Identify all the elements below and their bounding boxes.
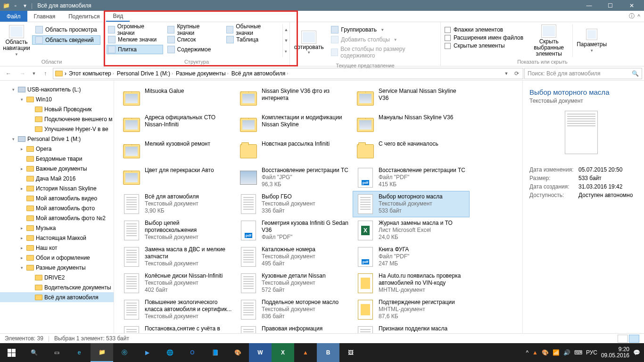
layout-medium[interactable]: Обычные значки	[225, 25, 281, 34]
tab-file[interactable]: Файл	[0, 11, 27, 22]
search-button[interactable]: 🔍	[23, 343, 45, 362]
file-tile[interactable]: Выбор цепей противоскольженияТекстовый д…	[119, 217, 236, 244]
tray-language[interactable]: РУС	[586, 349, 597, 356]
sort-button[interactable]: ортировать ▼	[292, 24, 326, 61]
file-tile[interactable]: Замена масла в ДВС и мелкие запчастиТекс…	[119, 244, 236, 270]
taskbar-word[interactable]: W	[249, 343, 272, 362]
file-tile[interactable]: Кузовные детали NissanТекстовый документ…	[236, 270, 353, 296]
help-icon[interactable]: ⓘ	[629, 12, 635, 20]
tray-keyboard-icon[interactable]: ⌨	[574, 349, 582, 356]
group-by-button[interactable]: Группировать▼	[328, 25, 437, 34]
taskbar-vlc[interactable]: ▲	[294, 343, 317, 362]
file-tile[interactable]: С чего всё начиналось	[353, 138, 470, 165]
refresh-button[interactable]: ⟳	[512, 68, 522, 79]
layout-content[interactable]: Содержимое	[166, 45, 223, 54]
file-tile[interactable]: Мануалы Nissan Skyline V36	[353, 112, 470, 138]
file-tile[interactable]: Адреса официальных СТО Nissan-Infiniti	[119, 112, 236, 138]
file-tile[interactable]: Nissan Skyline V36 фто из интернета	[236, 85, 353, 112]
file-tile[interactable]: На Auto.ru появилась проверка автомобиле…	[353, 270, 470, 296]
tree-node[interactable]: ▸Opera	[0, 144, 114, 154]
task-view-button[interactable]: ▭	[45, 343, 68, 362]
details-view-button[interactable]	[618, 335, 628, 343]
hidden-items-toggle[interactable]: Скрытые элементы	[445, 42, 523, 49]
tree-node[interactable]: ▸Наш кот	[0, 243, 114, 253]
tray-network-icon[interactable]: 📶	[553, 349, 560, 356]
tree-node[interactable]: DRIVE2	[0, 272, 114, 282]
tray-paint-icon[interactable]: 🎨	[542, 349, 549, 356]
tiles-view-button[interactable]	[629, 335, 639, 343]
tray-notifications-icon[interactable]: 💬	[633, 349, 640, 356]
layout-scroll-down[interactable]: ▼	[283, 35, 289, 46]
forward-button[interactable]: →	[16, 68, 29, 79]
file-tile[interactable]: pdfГеометрия кузова Infiniti G Sedan V36…	[236, 217, 353, 244]
taskbar-paint[interactable]: 🎨	[226, 343, 249, 362]
file-tile[interactable]: Мелкий кузовной ремонт	[119, 138, 236, 165]
preview-pane-button[interactable]: Область просмотра	[32, 25, 100, 34]
tree-node[interactable]: ▸История Nissan Skyline	[0, 183, 114, 193]
maximize-button[interactable]: ☐	[600, 0, 621, 11]
search-input[interactable]: Поиск: Всё для автомобиля 🔍	[524, 68, 642, 79]
file-tile[interactable]: Mitsuoka Galue	[119, 85, 236, 112]
file-tile[interactable]: Выбор ГБОТекстовый документ336 байт	[236, 191, 353, 217]
tree-node[interactable]: ▸Настоящая Маккой	[0, 233, 114, 243]
tab-share[interactable]: Поделиться	[62, 11, 106, 22]
taskbar-edge[interactable]: e	[68, 343, 91, 362]
history-dropdown[interactable]: ▼	[30, 68, 38, 79]
address-bar[interactable]: › Этот компьютер›Personal Drive 1 (M:)›Р…	[53, 68, 523, 79]
tree-node[interactable]: Мой автомобиль фото	[0, 203, 114, 213]
file-tile[interactable]: XЖурнал замены масла и ТОЛист Microsoft …	[353, 217, 470, 244]
autosize-columns-button[interactable]: Все столбцы по размеру содержимого	[328, 45, 437, 60]
tree-node[interactable]: Всё для автомобиля	[0, 292, 114, 302]
layout-small[interactable]: Мелкие значки	[107, 35, 163, 44]
file-tile[interactable]: Всё для автомобиляТекстовый документ3,90…	[119, 191, 236, 217]
tree-node[interactable]: Мой автомобиль видео	[0, 193, 114, 203]
layout-list[interactable]: Список	[166, 35, 223, 44]
hide-selected-button[interactable]: Скрыть выбранные элементы	[525, 24, 572, 57]
tray-vlc-icon[interactable]: ▲	[532, 349, 538, 356]
tray-expand-icon[interactable]: ^	[526, 349, 528, 356]
tree-node[interactable]: ▸Обои и оформление	[0, 253, 114, 263]
taskbar-media[interactable]: ▶	[136, 343, 158, 362]
tab-home[interactable]: Главная	[27, 11, 62, 22]
taskbar-explorer[interactable]: 📁	[91, 343, 113, 362]
file-tile[interactable]: Цвет для перекраски Авто	[119, 165, 236, 191]
start-button[interactable]	[0, 343, 23, 362]
file-tile[interactable]: Выбор моторного маслаТекстовый документ5…	[353, 191, 470, 217]
file-tile[interactable]: Колёсные диски Nissan-InfinitiТекстовый …	[119, 270, 236, 296]
taskbar-vk[interactable]: B	[317, 343, 339, 362]
details-pane-button[interactable]: Область сведений	[32, 35, 100, 45]
file-tile[interactable]: Комплектации и модификации Nissan Skylin…	[236, 112, 353, 138]
layout-tiles[interactable]: Плитка	[107, 45, 163, 54]
minimize-button[interactable]: —	[578, 0, 600, 11]
address-history-button[interactable]: ▼	[501, 68, 512, 79]
qat-dropdown[interactable]: ▾	[21, 1, 29, 10]
breadcrumb-segment[interactable]: Personal Drive 1 (M:)›	[116, 70, 174, 77]
file-tile[interactable]: Подтверждение регистрацииMHTML-документ8…	[353, 296, 470, 323]
tree-node[interactable]: Бездомные твари	[0, 154, 114, 164]
file-tile[interactable]: pdfВосстановление регистрации ТСФайл "PD…	[353, 165, 470, 191]
file-tile[interactable]: Повышение экологического класса автомоби…	[119, 296, 236, 323]
taskbar-app2[interactable]: 🖼	[339, 343, 362, 362]
tree-node[interactable]: ▸Важные документы	[0, 164, 114, 173]
tree-node[interactable]: Улучшение Hyper-V в ве	[0, 124, 114, 134]
add-columns-button[interactable]: Добавить столбцы▼	[328, 35, 437, 44]
layout-scroll-up[interactable]: ▲	[283, 24, 289, 35]
file-tile[interactable]: pdfКнига ФУГАФайл "PDF"247 МБ	[353, 244, 470, 270]
file-tile[interactable]: Новстная рассылка Infiniti	[236, 138, 353, 165]
layout-huge[interactable]: Огромные значки	[107, 25, 163, 34]
layout-scroll-more[interactable]: ▾	[283, 46, 289, 57]
taskbar-app1[interactable]: 📘	[204, 343, 226, 362]
options-button[interactable]: Параметры ▼	[573, 24, 611, 57]
breadcrumb-segment[interactable]: Разные документы›	[174, 70, 230, 77]
tree-node[interactable]: ▾Разные документы	[0, 263, 114, 272]
taskbar-ie[interactable]: ⓔ	[113, 343, 136, 362]
collapse-ribbon-icon[interactable]: ^	[637, 13, 640, 20]
item-checkboxes-toggle[interactable]: Флажки элементов	[445, 26, 523, 33]
tree-node[interactable]: ▾Personal Drive 1 (M:)	[0, 134, 114, 144]
file-list[interactable]: Mitsuoka GalueNissan Skyline V36 фто из …	[114, 81, 522, 333]
tree-node[interactable]: Новый Проводник	[0, 104, 114, 114]
file-tile[interactable]: Каталожные номераТекстовый документ495 б…	[236, 244, 353, 270]
tree-node[interactable]: Дача Май 2016	[0, 173, 114, 183]
tree-node[interactable]: ▸Музыка	[0, 223, 114, 233]
taskbar-chrome[interactable]: 🌐	[158, 343, 181, 362]
